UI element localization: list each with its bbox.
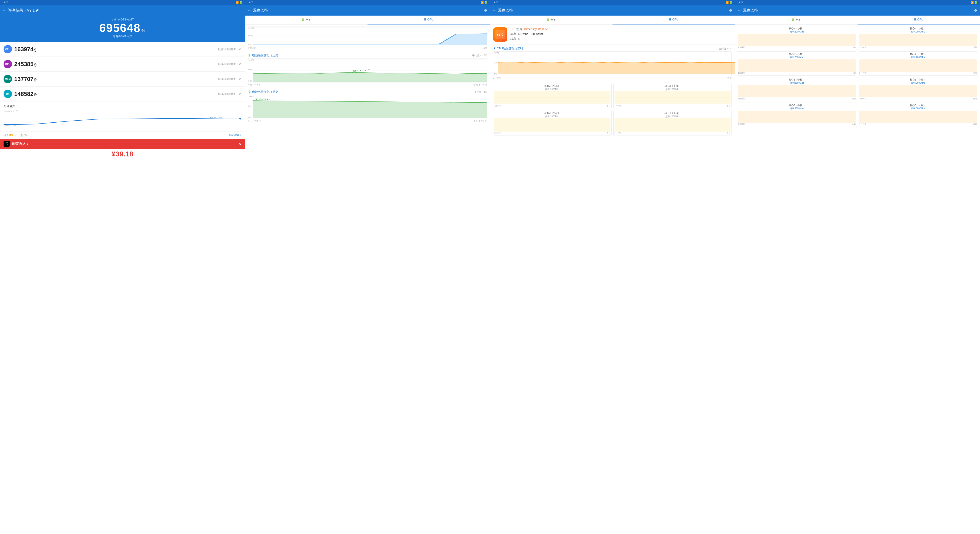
p4-core8-chart: [859, 111, 977, 123]
monitor-chart: 43.7° 42.9° 38.9°: [0, 109, 245, 131]
p4-core3-label: 核心3（小核）: [738, 53, 856, 56]
cpu-score-row[interactable]: CPU 163974分 超越56%的用户 ∨: [0, 42, 245, 57]
tab-battery-p3[interactable]: 🔋 电池: [490, 16, 612, 24]
gpu-score-row[interactable]: GPU 245385分 超越70%的用户 ∨: [0, 57, 245, 72]
svg-marker-12: [253, 33, 487, 45]
bl-y50: 50%: [248, 105, 252, 107]
cpu-model-row: CPU型号 Dimensity 1200-AI: [511, 27, 732, 31]
core-item-4: 核心4（小核） 频率:2000Mhz 1分钟前 当前: [613, 110, 732, 135]
panel-temp-monitor-2: 19:03 📶 🔋 ← 温度监控 ⚙ 🔋 电池 🖥 CPU 100℃ 50℃ 0…: [245, 0, 490, 534]
ux-score-value: 148582分: [14, 91, 215, 97]
p4-core7-labels: 1分钟前 当前: [738, 123, 856, 126]
header-p2: ← 温度监控 ⚙: [245, 5, 490, 16]
cpu-temp-current: 当前值:53℃: [719, 47, 732, 50]
back-arrow-p1[interactable]: ←: [3, 8, 6, 12]
p4-core-item-8: 核心8（大核） 频率:3000Mhz 1分钟前 当前: [858, 102, 978, 127]
p4-core5-labels: 1分钟前 当前: [738, 97, 856, 100]
core3-label: 核心3（小核）: [494, 111, 611, 115]
battery-level-labels: 今天 下午6:51 今天 下午7:03: [248, 120, 487, 123]
core4-freq: 频率:2000Mhz: [614, 115, 731, 118]
cpu-chevron-icon: ∨: [239, 47, 241, 51]
p4-core4-freq: 频率:2000Mhz: [859, 56, 977, 59]
total-score: 695648: [99, 21, 141, 35]
icons-p4: 📶 🔋: [970, 1, 978, 4]
bl-y0: 0%: [248, 116, 251, 119]
time-p4: 19:08: [737, 1, 743, 4]
gpu-badge: GPU: [3, 60, 12, 68]
ct-y0: 0℃: [494, 73, 497, 75]
gear-icon-p2[interactable]: ⚙: [484, 8, 487, 13]
core4-chart: [614, 118, 731, 131]
p4-core7-chart: [738, 111, 856, 123]
core3-chart: [494, 118, 611, 131]
device-name: realme GT Neo2T: [0, 18, 245, 21]
back-arrow-p3[interactable]: ←: [493, 8, 496, 12]
back-arrow-p4[interactable]: ←: [738, 8, 741, 12]
core3-freq: 频率:2000Mhz: [494, 115, 611, 118]
battery-indicator: 🔋6%↓: [19, 134, 29, 137]
battery-level-chart: 100% 50% 0% 79%: [248, 95, 487, 119]
p2-scrollable-content: 100℃ 50℃ 0℃ 1分钟前 当前 �: [245, 24, 490, 534]
p4-core4-label: 核心4（小核）: [859, 53, 977, 56]
chart-y0-p2: 0℃: [248, 43, 252, 46]
p4-core-item-6: 核心6（中核） 频率:2600Mhz 1分钟前 当前: [858, 77, 978, 101]
tab-battery-p4[interactable]: 🔋 电池: [735, 16, 858, 24]
core3-chart-labels: 1分钟前 当前: [494, 131, 611, 134]
ad-amount: ¥39.18: [0, 149, 245, 159]
core1-label: 核心1（小核）: [494, 84, 611, 88]
bl-label-right: 今天 下午7:03: [473, 120, 487, 123]
bl-ymax: 100%: [248, 96, 253, 98]
mem-exceed: 超越90%的用户: [218, 77, 236, 81]
p4-core5-freq: 频率:2600Mhz: [738, 81, 856, 84]
bottom-stats-bar: 🌡4.8℃↑ 🔋6%↓ 查看详情 >: [0, 131, 245, 139]
cpu-cores-row: 核心 8: [511, 37, 732, 41]
mem-score-row[interactable]: MEM 137707分 超越90%的用户 ∨: [0, 72, 245, 86]
p4-core-grid: 核心1（小核） 频率:2000Mhz 1分钟前 当前 核心2（小核） 频率:20…: [737, 26, 978, 127]
tabs-p3: 🔋 电池 🖥 CPU: [490, 16, 735, 24]
ux-score-row[interactable]: UX 148582分 超越78%的用户 ∨: [0, 86, 245, 102]
p4-core-item-4: 核心4（小核） 频率:2000Mhz 1分钟前 当前: [858, 51, 978, 76]
score-unit: 分: [142, 28, 145, 33]
time-p3: 19:07: [492, 1, 498, 4]
time-p2: 19:03: [247, 1, 253, 4]
title-p3: 温度监控: [498, 8, 727, 13]
cpu-temp-chart-labels: 1分钟前 当前: [493, 77, 732, 80]
detail-link[interactable]: 查看详情 >: [228, 133, 241, 137]
tab-battery-p2[interactable]: 🔋 电池: [245, 16, 368, 24]
ct-ymax: 100℃: [494, 52, 500, 54]
chart-y50-p2: 50℃: [248, 35, 253, 37]
p4-core-item-5: 核心5（中核） 频率:2600Mhz 1分钟前 当前: [737, 77, 857, 101]
core4-label: 核心4（小核）: [614, 111, 731, 115]
gpu-chevron-icon: ∨: [239, 62, 241, 66]
svg-marker-22: [253, 100, 487, 118]
exceed-percent: 超越67%的用户: [0, 35, 245, 38]
back-arrow-p2[interactable]: ←: [248, 8, 251, 12]
cpu-chip-icon: 53℃: [493, 27, 508, 41]
title-p2: 温度监控: [253, 8, 482, 13]
cpu-details: CPU型号 Dimensity 1200-AI 频率 437Mhz ~ 3000…: [511, 27, 732, 42]
battery-level-history-section: 🔋 电池电量变化（历史） 平均值:74% 100% 50% 0% 79%: [248, 90, 487, 123]
tab-cpu-p4[interactable]: 🖥 CPU: [858, 16, 980, 24]
mem-chevron-icon: ∨: [239, 77, 241, 81]
p4-core3-freq: 频率:2000Mhz: [738, 56, 856, 59]
p4-core5-chart: [738, 85, 856, 97]
p4-core4-chart: [859, 59, 977, 72]
gear-icon-p4[interactable]: ⚙: [974, 8, 977, 13]
core2-chart: [614, 91, 731, 104]
battery-level-avg: 平均值:74%: [474, 90, 487, 94]
core-grid: 核心1（小核） 频率:2000Mhz 1分钟前 当前: [493, 83, 732, 135]
core1-chart: [494, 91, 611, 104]
p4-core6-freq: 频率:2600Mhz: [859, 81, 977, 84]
cpu-temp-value: 53℃: [495, 30, 505, 39]
cpu-temp-section-title: 🌡 CPU温度变化（实时） 当前值:53℃: [493, 46, 732, 51]
ad-close-icon[interactable]: ✕: [238, 142, 241, 146]
gear-icon-p3[interactable]: ⚙: [729, 8, 732, 13]
svg-point-4: [160, 118, 164, 119]
tab-cpu-p3[interactable]: 🖥 CPU: [612, 16, 735, 24]
mem-score-value: 137707分: [14, 76, 215, 83]
header-p4: ← 温度监控 ⚙: [735, 5, 980, 16]
svg-point-5: [239, 118, 241, 120]
tab-cpu-p2[interactable]: 🖥 CPU: [368, 16, 490, 24]
realtime-chart-labels: 1分钟前 当前: [248, 47, 487, 50]
ct-y50: 50℃: [494, 62, 498, 64]
